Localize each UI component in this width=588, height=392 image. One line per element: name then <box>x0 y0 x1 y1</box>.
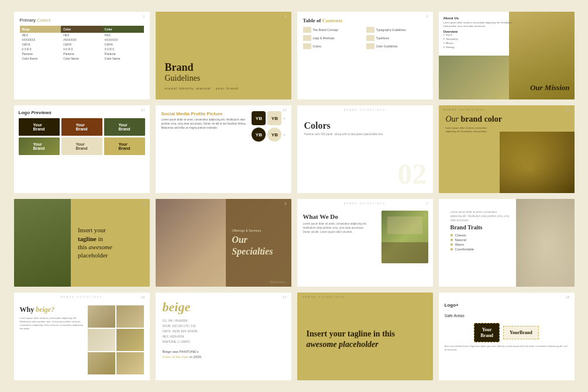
color-value-5: PANTONE: U 10RPC <box>163 339 284 345</box>
slide1-title-italic: Colors <box>37 18 50 23</box>
pantone-val: Color Name <box>20 56 61 61</box>
slide9-tagline: Insert your tagline in this awesome plac… <box>78 226 143 259</box>
list-item: Color Guidelines <box>366 43 427 49</box>
brand-tagline: visual identity manual · your brand <box>165 87 282 90</box>
toc-item-label: Color Guidelines <box>376 44 398 48</box>
overview-list: 1. Brand2. Typography3. Mission4. Strate… <box>443 33 514 49</box>
color-value-3: CMYK: 40/35 40/4 10/4/0N <box>163 329 284 334</box>
hex-val: #XXXXXX <box>61 37 102 42</box>
cmyk-label: CMYK <box>102 42 144 47</box>
social-text-col: Social Media Profile Picture Lorem ipsum… <box>161 111 249 187</box>
tagline-italic: awesome <box>89 243 112 250</box>
what-we-do-desc: Lorem ipsum dolor sit amet, consectetur … <box>303 222 372 234</box>
tagline-em-part: awesome placeholder <box>307 340 379 349</box>
icon-row-2: YB YB G <box>252 128 285 142</box>
list-item: The Brand Concept <box>303 27 364 33</box>
profile-icon-dark-1: YB <box>252 111 266 125</box>
hex-val: #XXXXXX <box>20 37 61 42</box>
slide-number-9: 5 <box>143 202 145 205</box>
slide8-header-label: BRAND GUIDELINES <box>443 108 485 111</box>
color-value-4: HEX: #828-0034 <box>163 334 284 339</box>
slide-tagline-green: 5 Insert your tagline in this awesome pl… <box>14 199 150 287</box>
toc-icon <box>366 27 374 33</box>
slide-beige-info: 17 beige C/L: 0% / 0%00000 R/G/B: 192 18… <box>156 293 291 380</box>
photo-overlay <box>381 242 428 263</box>
what-we-do-content: What We Do Lorem ipsum dolor sit amet, c… <box>303 213 372 234</box>
about-text: Lorem ipsum dolor sit amet, consectetur … <box>443 21 514 27</box>
toc-icon <box>366 35 374 41</box>
logo-box-dark: YourBrand <box>474 323 500 342</box>
safe-areas-label: Safe Areas <box>445 314 465 318</box>
tagline-strong-part: Insert your tagline <box>307 329 372 338</box>
icon-label: G <box>283 133 285 136</box>
color-table: Beige Color Color HEX HEX HEX #XXXXXX #X… <box>20 26 144 61</box>
slide-number-1: 1 <box>143 15 145 18</box>
watermark: Welcome... <box>270 280 288 284</box>
logo-photo: YourBrand <box>19 137 60 155</box>
tagline-bold: tagline <box>78 235 97 242</box>
table-row: HEX HEX HEX <box>20 33 144 37</box>
mission-label: Our Mission <box>530 82 570 92</box>
about-section: About Us Lorem ipsum dolor sit amet, con… <box>443 16 514 49</box>
pantone-text: Beige was PANTONE's Color of the Year in… <box>163 349 284 360</box>
list-item: Colors <box>303 43 364 49</box>
pantone-label: Pantone <box>102 51 144 56</box>
icon-label-text: YB <box>256 132 262 137</box>
icon-label-text: YB <box>271 116 278 121</box>
colors-content: Colors Pantone color 000 panel · along w… <box>304 121 426 136</box>
slide-number-6: 13 <box>283 108 287 112</box>
toc-icon <box>303 43 311 49</box>
icon-label-text: YB <box>256 116 262 121</box>
logo-dark: YourBrand <box>19 118 60 136</box>
trait-label: Classic <box>455 233 466 237</box>
slide-number-3: 3 <box>426 15 428 18</box>
slide8-image-overlay <box>500 132 575 193</box>
list-item: Typography Guidelines <box>366 27 427 33</box>
bullet-icon <box>451 243 453 246</box>
overview-section: Overview 1. Brand2. Typography3. Mission… <box>443 30 514 49</box>
slide-number-13: 16 <box>141 295 145 299</box>
table-row: Color Name Color Name Color Name <box>20 56 144 61</box>
pantone-label: Pantone <box>20 51 61 56</box>
hex-val: #XXXXXX <box>102 37 144 42</box>
toc-icon <box>366 43 374 49</box>
trait-natural: Natural <box>451 238 510 242</box>
slide-number-2: 2 <box>284 15 286 18</box>
slide-number-16: 18 <box>566 295 570 299</box>
logo-beige2: YourBrand <box>104 137 145 155</box>
bullet-icon <box>451 248 453 250</box>
slide8-image <box>500 132 575 193</box>
color-value-1: C/L: 0% / 0%00000 <box>163 318 284 324</box>
tagline-placeholder: placeholder <box>78 252 108 259</box>
social-desc: Lorem ipsum dolor sit amet, consectetur … <box>161 118 249 130</box>
cmyk-val: 0 0 R 0 <box>102 47 144 51</box>
toc-item-label: Typography Guidelines <box>376 28 406 32</box>
slide-number-14: 17 <box>283 295 287 299</box>
logo-demo-light: YourBrand <box>503 326 539 340</box>
slide1-title: Primary Colors <box>20 18 144 23</box>
slide-table-of-contents: 3 Table of Contents The Brand Concept Ty… <box>297 12 433 99</box>
photo-cell-2 <box>116 305 144 328</box>
trait-comfortable: Comfortable <box>451 247 510 252</box>
slide-tagline-golden: BRAND GUIDELINES Insert your tagline in … <box>297 293 433 380</box>
mission-image <box>439 56 510 99</box>
toc-item-label: Typefaces <box>376 36 390 40</box>
social-icons-col: YB YB G YB YB G <box>252 111 285 187</box>
slide15-header: BRAND GUIDELINES <box>303 295 345 298</box>
specialties-title: OurSpecialties <box>232 234 285 256</box>
slide8-bold: brand color <box>461 115 502 123</box>
slide-colors: BRAND GUIDELINES Colors Pantone color 00… <box>297 105 433 193</box>
beige-italic: beige? <box>36 305 54 314</box>
colors-title: Colors <box>304 121 426 131</box>
pantone-label: Pantone <box>61 51 102 56</box>
slide8-title: Our brand color <box>446 115 502 124</box>
toc-item-label: Colors <box>313 44 321 48</box>
color-value-2: R/G/B: 192 183 178 / 115 <box>163 324 284 329</box>
brand-heading: Brand <box>165 62 282 74</box>
table-row: 0 0 R 0 0 0 R 0 0 0 R 0 <box>20 47 144 51</box>
toc-grid: The Brand Concept Typography Guidelines … <box>303 27 427 49</box>
photo-cell-6 <box>116 352 144 374</box>
table-row: #XXXXXX #XXXXXX #XXXXXX <box>20 37 144 42</box>
icon-label-text: YB <box>271 132 278 137</box>
brand-traits-title: Brand Traits <box>451 224 510 231</box>
